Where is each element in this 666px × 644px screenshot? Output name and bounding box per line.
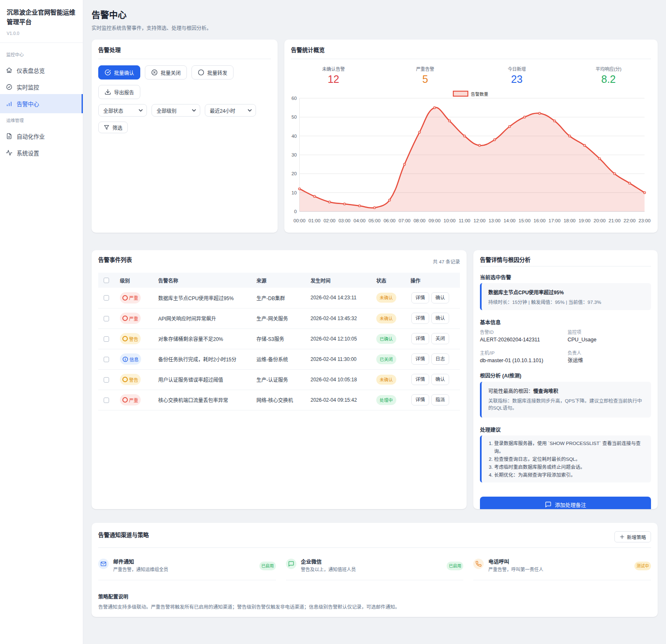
svg-text:23:00: 23:00 [639, 218, 651, 223]
svg-text:06:00: 06:00 [383, 218, 395, 223]
svg-text:07:00: 07:00 [398, 218, 410, 223]
svg-text:21:00: 21:00 [609, 218, 621, 223]
svg-text:30: 30 [291, 152, 297, 157]
svg-text:60: 60 [291, 96, 297, 101]
svg-text:11:00: 11:00 [459, 218, 470, 223]
svg-text:05:00: 05:00 [368, 218, 380, 223]
svg-text:10: 10 [291, 190, 297, 195]
svg-text:18:00: 18:00 [564, 218, 576, 223]
svg-text:20: 20 [291, 171, 297, 176]
svg-text:13:00: 13:00 [489, 218, 501, 223]
svg-text:40: 40 [291, 134, 297, 139]
svg-text:10:00: 10:00 [444, 218, 456, 223]
svg-text:08:00: 08:00 [413, 218, 425, 223]
svg-text:22:00: 22:00 [624, 218, 636, 223]
svg-text:02:00: 02:00 [323, 218, 335, 223]
svg-text:16:00: 16:00 [534, 218, 546, 223]
svg-text:04:00: 04:00 [353, 218, 365, 223]
svg-text:01:00: 01:00 [308, 218, 321, 223]
svg-text:00:00: 00:00 [293, 218, 306, 223]
svg-text:03:00: 03:00 [338, 218, 350, 223]
svg-text:20:00: 20:00 [594, 218, 606, 223]
svg-text:14:00: 14:00 [504, 218, 516, 223]
svg-text:50: 50 [291, 114, 297, 119]
svg-text:0: 0 [294, 209, 297, 214]
svg-text:告警数量: 告警数量 [471, 92, 488, 97]
svg-text:17:00: 17:00 [549, 218, 561, 223]
svg-text:09:00: 09:00 [429, 218, 441, 223]
svg-text:19:00: 19:00 [579, 218, 591, 223]
svg-text:15:00: 15:00 [519, 218, 531, 223]
svg-text:12:00: 12:00 [474, 218, 486, 223]
